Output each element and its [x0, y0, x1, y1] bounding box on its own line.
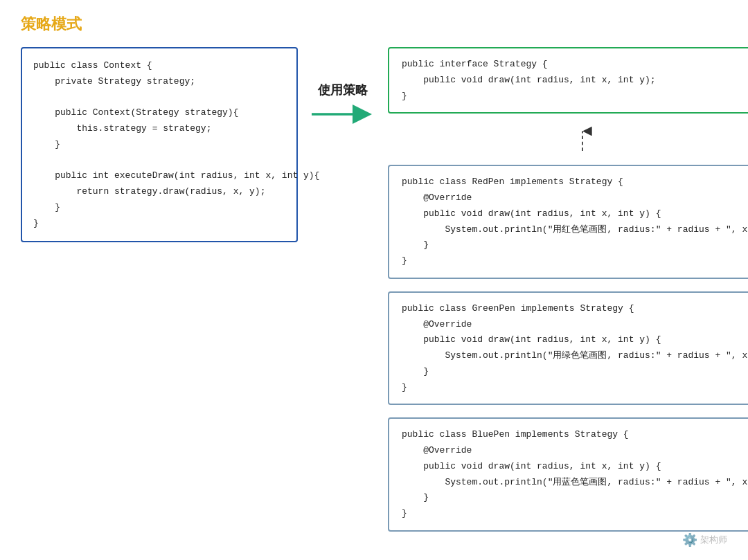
- greenpen-class-box: public class GreenPen implements Strateg…: [388, 291, 748, 406]
- arrow-right-icon: [310, 104, 376, 125]
- bluepen-class-box: public class BluePen implements Strategy…: [388, 417, 748, 532]
- watermark-icon: ⚙️: [682, 532, 697, 548]
- dashed-arrow-up-icon: [572, 126, 593, 152]
- use-strategy-label: 使用策略: [318, 82, 368, 98]
- watermark: ⚙️ 架构师: [682, 532, 727, 548]
- right-column: public interface Strategy { public void …: [388, 47, 748, 532]
- strategy-interface-box: public interface Strategy { public void …: [388, 47, 748, 114]
- watermark-text: 架构师: [700, 534, 727, 546]
- page-title: 策略模式: [21, 14, 727, 35]
- redpen-class-box: public class RedPen implements Strategy …: [388, 165, 748, 279]
- greenpen-code: public class GreenPen implements Strateg…: [402, 301, 748, 396]
- middle-column: 使用策略: [298, 47, 388, 125]
- context-code: public class Context { private Strategy …: [33, 58, 285, 231]
- bluepen-code: public class BluePen implements Strategy…: [402, 427, 748, 522]
- dashed-arrow-area: [388, 126, 748, 152]
- strategy-code: public interface Strategy { public void …: [402, 57, 748, 104]
- redpen-code: public class RedPen implements Strategy …: [402, 174, 748, 269]
- context-class-box: public class Context { private Strategy …: [21, 47, 298, 242]
